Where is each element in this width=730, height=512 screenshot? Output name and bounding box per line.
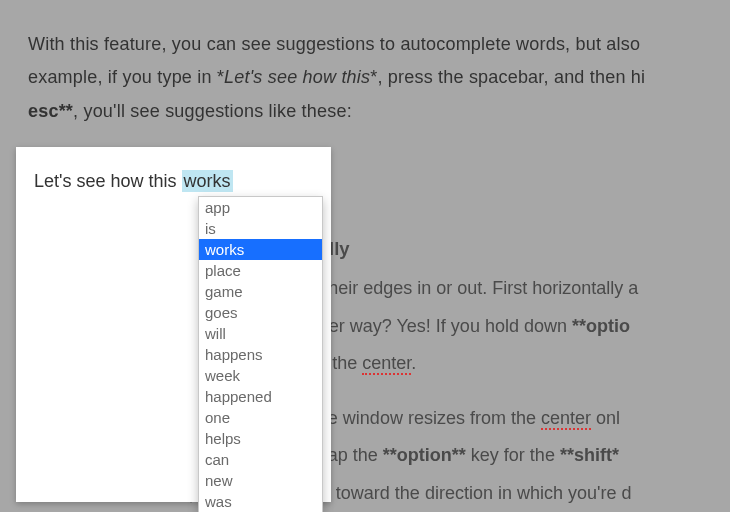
autocomplete-item[interactable]: game (199, 281, 322, 302)
editor-typed-word: works (182, 170, 233, 192)
spellcheck-word: center (541, 408, 591, 430)
autocomplete-item[interactable]: helps (199, 428, 322, 449)
editor-prefix: Let's see how this (34, 171, 182, 191)
autocomplete-item[interactable]: app (199, 197, 322, 218)
spellcheck-word: center (362, 353, 411, 375)
autocomplete-item[interactable]: happens (199, 344, 322, 365)
autocomplete-popup[interactable]: appisworksplacegamegoeswillhappensweekha… (198, 196, 323, 512)
intro-text: example, if you type in * (28, 67, 224, 87)
autocomplete-item[interactable]: happened (199, 386, 322, 407)
autocomplete-item[interactable]: is (199, 218, 322, 239)
intro-paragraph: With this feature, you can see suggestio… (28, 28, 730, 128)
autocomplete-item[interactable]: works (199, 239, 322, 260)
autocomplete-item[interactable]: can (199, 449, 322, 470)
intro-text: *, press the spacebar, and then hi (370, 67, 645, 87)
autocomplete-item[interactable]: place (199, 260, 322, 281)
autocomplete-item[interactable]: will (199, 323, 322, 344)
autocomplete-item[interactable]: new (199, 470, 322, 491)
intro-italic: Let's see how this (224, 67, 370, 87)
autocomplete-item[interactable]: was (199, 491, 322, 512)
intro-text: With this feature, you can see suggestio… (28, 34, 640, 54)
editor-line[interactable]: Let's see how this works (34, 170, 233, 192)
autocomplete-item[interactable]: week (199, 365, 322, 386)
intro-bold: esc** (28, 101, 73, 121)
autocomplete-item[interactable]: goes (199, 302, 322, 323)
intro-text: , you'll see suggestions like these: (73, 101, 352, 121)
autocomplete-item[interactable]: one (199, 407, 322, 428)
